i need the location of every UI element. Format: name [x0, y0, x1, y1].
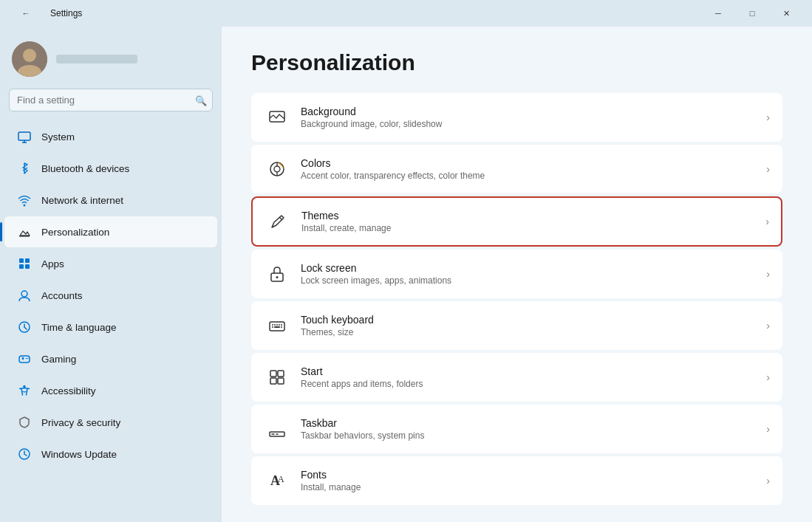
search-input[interactable] — [9, 89, 213, 111]
svg-text:A: A — [278, 474, 284, 484]
app-body: 🔍 System — [0, 27, 812, 522]
sidebar-item-label: Windows Update — [41, 449, 117, 460]
sidebar-item-label: System — [41, 131, 75, 142]
back-button[interactable]: ← — [9, 1, 43, 25]
settings-item-fonts[interactable]: A A Fonts Install, manage › — [251, 456, 782, 505]
sidebar-item-accessibility[interactable]: Accessibility — [4, 375, 217, 406]
search-icon: 🔍 — [195, 95, 207, 106]
close-button[interactable]: ✕ — [769, 1, 803, 25]
titlebar: ← Settings ─ □ ✕ — [0, 0, 812, 27]
sidebar-item-time[interactable]: Time & language — [4, 312, 217, 343]
settings-item-themes[interactable]: Themes Install, create, manage › — [251, 196, 782, 247]
svg-rect-43 — [270, 378, 276, 384]
maximize-button[interactable]: □ — [735, 1, 769, 25]
privacy-icon — [16, 414, 33, 430]
svg-rect-44 — [278, 378, 284, 384]
sidebar-item-label: Accessibility — [41, 385, 96, 396]
fonts-text: Fonts Install, manage — [301, 469, 766, 492]
svg-point-21 — [27, 358, 29, 360]
sidebar-user — [0, 27, 222, 89]
chevron-icon: › — [766, 423, 770, 435]
settings-item-colors[interactable]: Colors Accent color, transparency effect… — [251, 145, 782, 193]
svg-point-26 — [274, 166, 280, 172]
colors-subtitle: Accent color, transparency effects, colo… — [301, 171, 766, 181]
svg-rect-3 — [18, 132, 30, 140]
sidebar-item-bluetooth[interactable]: Bluetooth & devices — [4, 153, 217, 184]
touchkeyboard-title: Touch keyboard — [301, 314, 766, 326]
lockscreen-text: Lock screen Lock screen images, apps, an… — [301, 262, 766, 286]
svg-point-1 — [23, 49, 36, 62]
sidebar-item-network[interactable]: Network & internet — [4, 185, 217, 216]
chevron-icon: › — [766, 268, 770, 280]
start-title: Start — [301, 365, 766, 377]
sidebar-item-label: Bluetooth & devices — [41, 163, 129, 174]
svg-rect-41 — [270, 371, 276, 377]
titlebar-controls: ─ □ ✕ — [701, 1, 803, 25]
taskbar-icon — [264, 416, 290, 442]
sidebar-item-label: Accounts — [41, 290, 83, 301]
svg-point-22 — [23, 385, 26, 388]
settings-item-start[interactable]: Start Recent apps and items, folders › — [251, 353, 782, 402]
svg-line-29 — [279, 217, 282, 220]
themes-title: Themes — [301, 210, 765, 221]
nav-list: System Bluetooth & devices — [0, 120, 222, 470]
svg-rect-42 — [278, 371, 284, 377]
accessibility-icon — [16, 382, 33, 399]
sidebar-item-privacy[interactable]: Privacy & security — [4, 407, 217, 438]
sidebar-item-label: Personalization — [41, 227, 109, 238]
titlebar-left: ← Settings — [9, 1, 82, 25]
personalization-icon — [16, 224, 33, 240]
start-icon — [264, 364, 290, 391]
settings-item-taskbar[interactable]: Taskbar Taskbar behaviors, system pins › — [251, 405, 782, 453]
start-subtitle: Recent apps and items, folders — [301, 379, 766, 389]
apps-icon — [16, 255, 33, 272]
start-text: Start Recent apps and items, folders — [301, 365, 766, 389]
chevron-icon: › — [766, 111, 770, 123]
update-icon — [16, 446, 33, 462]
sidebar-item-label: Gaming — [41, 354, 76, 365]
avatar — [12, 41, 47, 77]
svg-line-15 — [24, 327, 27, 329]
themes-icon — [265, 208, 291, 235]
sidebar-item-label: Network & internet — [41, 195, 123, 206]
titlebar-title: Settings — [50, 8, 82, 18]
bluetooth-icon — [16, 160, 33, 176]
sidebar-item-accounts[interactable]: Accounts — [4, 280, 217, 311]
touchkeyboard-icon — [264, 312, 290, 339]
colors-text: Colors Accent color, transparency effect… — [301, 157, 766, 181]
sidebar-item-apps[interactable]: Apps — [4, 248, 217, 279]
svg-rect-10 — [19, 264, 24, 269]
background-text: Background Background image, color, slid… — [301, 106, 766, 129]
touchkeyboard-text: Touch keyboard Themes, size — [301, 314, 766, 337]
svg-point-31 — [276, 276, 279, 278]
page-title: Personalization — [251, 50, 782, 75]
chevron-icon: › — [766, 475, 770, 487]
taskbar-text: Taskbar Taskbar behaviors, system pins — [301, 417, 766, 441]
main-content: Personalization Background Background im… — [222, 27, 812, 522]
minimize-button[interactable]: ─ — [701, 1, 735, 25]
svg-rect-16 — [19, 356, 30, 363]
background-icon — [264, 104, 290, 131]
chevron-icon: › — [766, 163, 770, 175]
settings-item-touchkeyboard[interactable]: Touch keyboard Themes, size › — [251, 301, 782, 350]
settings-list: Background Background image, color, slid… — [251, 93, 782, 505]
sidebar-item-label: Privacy & security — [41, 417, 120, 428]
colors-title: Colors — [301, 157, 766, 169]
svg-point-12 — [21, 291, 27, 297]
sidebar-item-update[interactable]: Windows Update — [4, 439, 217, 470]
sidebar-item-label: Apps — [41, 258, 64, 269]
system-icon — [16, 128, 33, 145]
settings-item-background[interactable]: Background Background image, color, slid… — [251, 93, 782, 142]
svg-point-6 — [24, 205, 26, 207]
sidebar: 🔍 System — [0, 27, 222, 522]
sidebar-item-system[interactable]: System — [4, 121, 217, 152]
sidebar-item-gaming[interactable]: Gaming — [4, 343, 217, 374]
chevron-icon: › — [766, 371, 770, 383]
lockscreen-title: Lock screen — [301, 262, 766, 274]
sidebar-item-personalization[interactable]: Personalization — [4, 216, 217, 247]
svg-rect-8 — [19, 258, 24, 263]
settings-item-lockscreen[interactable]: Lock screen Lock screen images, apps, an… — [251, 250, 782, 298]
svg-point-20 — [26, 358, 27, 360]
svg-rect-11 — [25, 264, 30, 269]
background-subtitle: Background image, color, slideshow — [301, 119, 766, 129]
